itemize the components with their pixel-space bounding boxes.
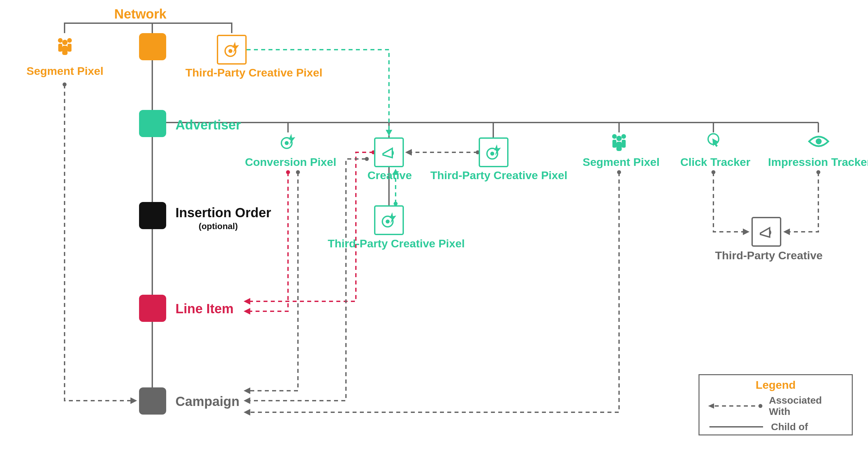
label-campaign: Campaign [176, 394, 239, 409]
svg-marker-8 [244, 298, 250, 305]
legend-associated-text: Associated With [769, 395, 843, 417]
svg-point-13 [365, 157, 369, 161]
legend-title: Legend [700, 375, 852, 393]
label-advertiser: Advertiser [176, 118, 241, 132]
svg-point-30 [285, 141, 289, 145]
svg-marker-10 [130, 397, 137, 404]
svg-marker-0 [386, 130, 392, 136]
label-segment-pixel-network: Segment Pixel [27, 65, 103, 78]
label-tp-creative-pixel-advertiser: Third-Party Creative Pixel [430, 169, 567, 182]
svg-marker-7 [244, 308, 250, 314]
segment-pixel-icon [56, 36, 74, 58]
svg-rect-24 [67, 44, 71, 52]
label-tp-creative-pixel-creative: Third-Party Creative Pixel [328, 237, 465, 250]
label-third-party-creative: Third-Party Creative [715, 249, 823, 262]
conversion-pixel-icon [279, 132, 297, 152]
legend-row-childof: Child of [700, 419, 852, 434]
target-bolt-icon [484, 143, 503, 161]
svg-marker-4 [405, 149, 412, 156]
impression-tracker-icon [808, 134, 830, 150]
label-insertion-order: Insertion Order [176, 205, 271, 220]
label-conversion-pixel: Conversion Pixel [245, 156, 336, 169]
svg-point-32 [490, 152, 494, 156]
label-tp-creative-pixel-network: Third-Party Creative Pixel [185, 66, 322, 79]
svg-point-11 [296, 170, 300, 174]
label-insertion-order-sub: (optional) [198, 221, 238, 232]
legend-box: Legend Associated With Child of [699, 374, 853, 435]
node-network [139, 33, 166, 60]
label-creative: Creative [368, 169, 412, 182]
svg-point-17 [711, 170, 715, 174]
svg-rect-36 [622, 140, 626, 148]
legend-childof-text: Child of [771, 421, 808, 432]
click-tracker-icon [704, 132, 723, 152]
tp-creative-pixel-advertiser-box [479, 138, 508, 167]
svg-point-5 [286, 170, 290, 174]
svg-point-23 [67, 38, 72, 43]
svg-point-19 [816, 170, 820, 174]
svg-point-21 [58, 38, 63, 43]
svg-point-9 [63, 83, 66, 86]
svg-marker-43 [708, 403, 714, 409]
svg-point-45 [758, 404, 763, 408]
svg-point-42 [386, 219, 390, 223]
label-network: Network [114, 7, 166, 22]
svg-point-40 [816, 139, 822, 144]
label-click-tracker: Click Tracker [680, 156, 750, 169]
svg-rect-22 [58, 44, 62, 52]
svg-point-33 [612, 134, 617, 139]
label-segment-pixel-advertiser: Segment Pixel [583, 156, 659, 169]
node-advertiser [139, 110, 166, 137]
svg-point-37 [616, 136, 622, 141]
segment-pixel-advertiser-icon [610, 132, 628, 154]
tp-creative-pixel-creative-box [374, 205, 404, 235]
svg-rect-34 [613, 140, 616, 148]
tp-creative-pixel-network-box [217, 35, 247, 65]
megaphone-icon [758, 223, 775, 240]
label-line-item: Line Item [176, 301, 234, 316]
svg-marker-20 [783, 229, 790, 235]
target-bolt-icon [380, 211, 398, 230]
legend-row-associated: Associated With [700, 393, 852, 419]
svg-point-35 [621, 134, 626, 139]
svg-point-25 [62, 40, 67, 45]
svg-rect-26 [62, 46, 67, 55]
label-impression-tracker: Impression Tracker [768, 156, 868, 169]
svg-marker-18 [743, 229, 749, 235]
svg-marker-12 [244, 387, 250, 394]
creative-box [374, 138, 404, 167]
svg-point-28 [228, 49, 232, 53]
svg-marker-16 [244, 409, 250, 416]
node-campaign [139, 387, 166, 415]
target-bolt-icon [222, 40, 241, 59]
svg-point-15 [617, 170, 621, 174]
megaphone-icon [380, 144, 398, 161]
svg-rect-38 [616, 142, 622, 151]
diagram-canvas: Network Advertiser Insertion Order (opti… [0, 0, 868, 451]
node-insertion-order [139, 202, 166, 229]
node-line-item [139, 295, 166, 322]
svg-marker-14 [244, 397, 250, 404]
third-party-creative-box [751, 217, 781, 247]
